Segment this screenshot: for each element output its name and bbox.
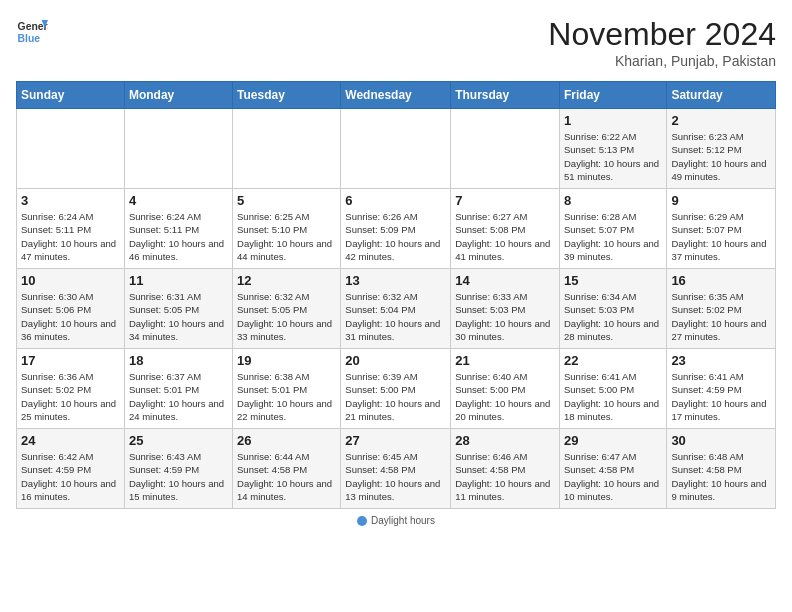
day-info: Sunrise: 6:48 AM Sunset: 4:58 PM Dayligh… (671, 450, 771, 503)
day-info: Sunrise: 6:26 AM Sunset: 5:09 PM Dayligh… (345, 210, 446, 263)
day-info: Sunrise: 6:32 AM Sunset: 5:04 PM Dayligh… (345, 290, 446, 343)
day-info: Sunrise: 6:43 AM Sunset: 4:59 PM Dayligh… (129, 450, 228, 503)
logo-icon: General Blue (16, 16, 48, 48)
day-number: 3 (21, 193, 120, 208)
day-number: 22 (564, 353, 662, 368)
calendar-cell: 5Sunrise: 6:25 AM Sunset: 5:10 PM Daylig… (233, 189, 341, 269)
day-header-thursday: Thursday (451, 82, 560, 109)
calendar-cell: 20Sunrise: 6:39 AM Sunset: 5:00 PM Dayli… (341, 349, 451, 429)
calendar-cell: 23Sunrise: 6:41 AM Sunset: 4:59 PM Dayli… (667, 349, 776, 429)
day-info: Sunrise: 6:46 AM Sunset: 4:58 PM Dayligh… (455, 450, 555, 503)
month-year-title: November 2024 (548, 16, 776, 53)
day-number: 28 (455, 433, 555, 448)
day-header-tuesday: Tuesday (233, 82, 341, 109)
calendar-cell: 28Sunrise: 6:46 AM Sunset: 4:58 PM Dayli… (451, 429, 560, 509)
calendar-cell: 3Sunrise: 6:24 AM Sunset: 5:11 PM Daylig… (17, 189, 125, 269)
svg-text:Blue: Blue (18, 33, 41, 44)
day-info: Sunrise: 6:33 AM Sunset: 5:03 PM Dayligh… (455, 290, 555, 343)
day-number: 30 (671, 433, 771, 448)
day-header-monday: Monday (124, 82, 232, 109)
day-info: Sunrise: 6:25 AM Sunset: 5:10 PM Dayligh… (237, 210, 336, 263)
logo: General Blue (16, 16, 48, 48)
calendar-cell: 27Sunrise: 6:45 AM Sunset: 4:58 PM Dayli… (341, 429, 451, 509)
calendar-cell: 2Sunrise: 6:23 AM Sunset: 5:12 PM Daylig… (667, 109, 776, 189)
calendar-cell: 7Sunrise: 6:27 AM Sunset: 5:08 PM Daylig… (451, 189, 560, 269)
day-number: 16 (671, 273, 771, 288)
calendar-cell: 30Sunrise: 6:48 AM Sunset: 4:58 PM Dayli… (667, 429, 776, 509)
calendar-cell: 10Sunrise: 6:30 AM Sunset: 5:06 PM Dayli… (17, 269, 125, 349)
calendar-week-3: 10Sunrise: 6:30 AM Sunset: 5:06 PM Dayli… (17, 269, 776, 349)
day-info: Sunrise: 6:42 AM Sunset: 4:59 PM Dayligh… (21, 450, 120, 503)
day-number: 1 (564, 113, 662, 128)
daylight-label: Daylight hours (371, 515, 435, 526)
title-block: November 2024 Kharian, Punjab, Pakistan (548, 16, 776, 69)
day-number: 17 (21, 353, 120, 368)
day-info: Sunrise: 6:23 AM Sunset: 5:12 PM Dayligh… (671, 130, 771, 183)
day-info: Sunrise: 6:28 AM Sunset: 5:07 PM Dayligh… (564, 210, 662, 263)
page-header: General Blue November 2024 Kharian, Punj… (16, 16, 776, 69)
day-number: 11 (129, 273, 228, 288)
day-number: 23 (671, 353, 771, 368)
day-info: Sunrise: 6:41 AM Sunset: 5:00 PM Dayligh… (564, 370, 662, 423)
calendar-cell: 29Sunrise: 6:47 AM Sunset: 4:58 PM Dayli… (559, 429, 666, 509)
day-header-saturday: Saturday (667, 82, 776, 109)
calendar-cell: 16Sunrise: 6:35 AM Sunset: 5:02 PM Dayli… (667, 269, 776, 349)
daylight-dot (357, 516, 367, 526)
day-info: Sunrise: 6:22 AM Sunset: 5:13 PM Dayligh… (564, 130, 662, 183)
day-number: 14 (455, 273, 555, 288)
location-subtitle: Kharian, Punjab, Pakistan (548, 53, 776, 69)
day-number: 24 (21, 433, 120, 448)
calendar-week-5: 24Sunrise: 6:42 AM Sunset: 4:59 PM Dayli… (17, 429, 776, 509)
day-info: Sunrise: 6:29 AM Sunset: 5:07 PM Dayligh… (671, 210, 771, 263)
calendar-cell: 22Sunrise: 6:41 AM Sunset: 5:00 PM Dayli… (559, 349, 666, 429)
day-number: 12 (237, 273, 336, 288)
calendar-header: SundayMondayTuesdayWednesdayThursdayFrid… (17, 82, 776, 109)
calendar-cell: 21Sunrise: 6:40 AM Sunset: 5:00 PM Dayli… (451, 349, 560, 429)
calendar-cell: 9Sunrise: 6:29 AM Sunset: 5:07 PM Daylig… (667, 189, 776, 269)
calendar-cell (451, 109, 560, 189)
day-number: 20 (345, 353, 446, 368)
calendar-cell: 17Sunrise: 6:36 AM Sunset: 5:02 PM Dayli… (17, 349, 125, 429)
day-number: 6 (345, 193, 446, 208)
day-number: 29 (564, 433, 662, 448)
calendar-body: 1Sunrise: 6:22 AM Sunset: 5:13 PM Daylig… (17, 109, 776, 509)
day-info: Sunrise: 6:40 AM Sunset: 5:00 PM Dayligh… (455, 370, 555, 423)
calendar-cell: 19Sunrise: 6:38 AM Sunset: 5:01 PM Dayli… (233, 349, 341, 429)
day-info: Sunrise: 6:47 AM Sunset: 4:58 PM Dayligh… (564, 450, 662, 503)
day-number: 21 (455, 353, 555, 368)
day-header-row: SundayMondayTuesdayWednesdayThursdayFrid… (17, 82, 776, 109)
day-info: Sunrise: 6:31 AM Sunset: 5:05 PM Dayligh… (129, 290, 228, 343)
calendar-week-1: 1Sunrise: 6:22 AM Sunset: 5:13 PM Daylig… (17, 109, 776, 189)
day-number: 8 (564, 193, 662, 208)
calendar-cell: 26Sunrise: 6:44 AM Sunset: 4:58 PM Dayli… (233, 429, 341, 509)
calendar-cell (124, 109, 232, 189)
legend: Daylight hours (16, 515, 776, 526)
day-info: Sunrise: 6:41 AM Sunset: 4:59 PM Dayligh… (671, 370, 771, 423)
calendar-cell: 13Sunrise: 6:32 AM Sunset: 5:04 PM Dayli… (341, 269, 451, 349)
day-number: 26 (237, 433, 336, 448)
day-info: Sunrise: 6:35 AM Sunset: 5:02 PM Dayligh… (671, 290, 771, 343)
day-number: 15 (564, 273, 662, 288)
calendar-cell: 11Sunrise: 6:31 AM Sunset: 5:05 PM Dayli… (124, 269, 232, 349)
day-info: Sunrise: 6:24 AM Sunset: 5:11 PM Dayligh… (129, 210, 228, 263)
day-info: Sunrise: 6:39 AM Sunset: 5:00 PM Dayligh… (345, 370, 446, 423)
calendar-cell: 25Sunrise: 6:43 AM Sunset: 4:59 PM Dayli… (124, 429, 232, 509)
calendar-cell: 18Sunrise: 6:37 AM Sunset: 5:01 PM Dayli… (124, 349, 232, 429)
day-info: Sunrise: 6:44 AM Sunset: 4:58 PM Dayligh… (237, 450, 336, 503)
day-info: Sunrise: 6:30 AM Sunset: 5:06 PM Dayligh… (21, 290, 120, 343)
day-number: 5 (237, 193, 336, 208)
calendar-cell: 6Sunrise: 6:26 AM Sunset: 5:09 PM Daylig… (341, 189, 451, 269)
calendar-cell: 1Sunrise: 6:22 AM Sunset: 5:13 PM Daylig… (559, 109, 666, 189)
day-number: 4 (129, 193, 228, 208)
day-number: 10 (21, 273, 120, 288)
calendar-week-2: 3Sunrise: 6:24 AM Sunset: 5:11 PM Daylig… (17, 189, 776, 269)
day-header-wednesday: Wednesday (341, 82, 451, 109)
calendar-cell (17, 109, 125, 189)
day-number: 7 (455, 193, 555, 208)
day-number: 9 (671, 193, 771, 208)
day-info: Sunrise: 6:24 AM Sunset: 5:11 PM Dayligh… (21, 210, 120, 263)
day-info: Sunrise: 6:37 AM Sunset: 5:01 PM Dayligh… (129, 370, 228, 423)
day-header-sunday: Sunday (17, 82, 125, 109)
day-number: 18 (129, 353, 228, 368)
calendar-cell: 15Sunrise: 6:34 AM Sunset: 5:03 PM Dayli… (559, 269, 666, 349)
